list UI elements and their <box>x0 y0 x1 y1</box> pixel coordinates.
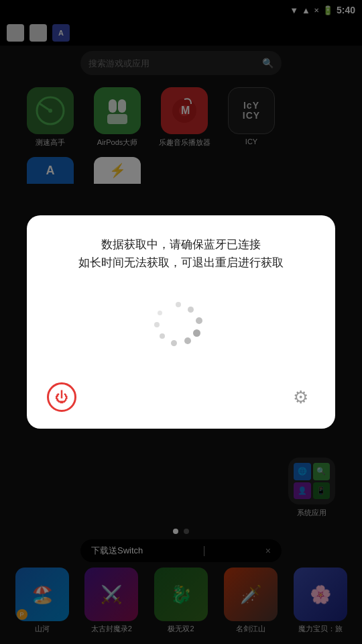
spinner-dot-5 <box>184 337 191 344</box>
spinner-dot-2 <box>188 307 194 313</box>
settings-icon: ⚙ <box>293 387 308 408</box>
spinner-dot-3 <box>196 317 202 324</box>
power-icon: ⏻ <box>55 390 68 405</box>
spinner-dot-7 <box>160 333 165 339</box>
modal-title: 数据获取中，请确保蓝牙已连接 如长时间无法获取，可退出重启进行获取 <box>78 235 284 272</box>
spinner-dot-6 <box>171 340 177 346</box>
power-button[interactable]: ⏻ <box>47 382 76 412</box>
spinner-dot-8 <box>154 322 160 327</box>
settings-button[interactable]: ⚙ <box>286 382 315 412</box>
spinner <box>147 292 215 359</box>
spinner-dot-9 <box>158 311 162 315</box>
spinner-dot-1 <box>176 302 181 307</box>
modal-overlay: 数据获取中，请确保蓝牙已连接 如长时间无法获取，可退出重启进行获取 ⏻ ⚙ <box>0 0 362 644</box>
modal-dialog: 数据获取中，请确保蓝牙已连接 如长时间无法获取，可退出重启进行获取 ⏻ ⚙ <box>27 215 335 429</box>
spinner-dot-4 <box>193 329 200 337</box>
modal-bottom: ⏻ ⚙ <box>47 382 315 412</box>
